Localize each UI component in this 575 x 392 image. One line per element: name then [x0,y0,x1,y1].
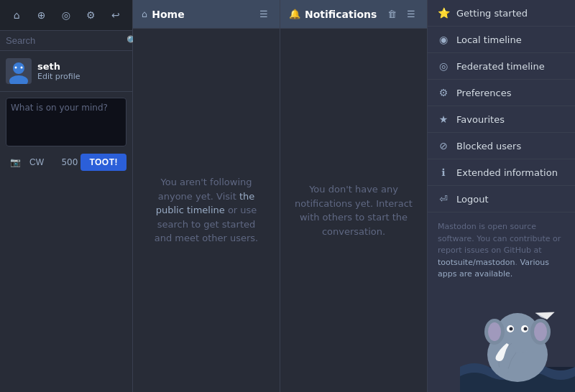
svg-point-14 [524,327,528,331]
favourites-icon: ★ [438,113,449,125]
menu-item-preferences[interactable]: ⚙ Preferences [428,80,575,106]
menu-item-blocked-users[interactable]: ⊘ Blocked users [428,133,575,159]
notifications-empty-message: You don't have any notifications yet. In… [295,182,413,238]
mastodon-mascot [460,291,575,392]
blocked-users-label: Blocked users [456,141,521,151]
menu-item-logout[interactable]: ⏎ Logout [428,186,575,213]
menu-item-local-timeline[interactable]: ◉ Local timeline [428,27,575,53]
home-column-body: You aren't following anyone yet. Visit t… [133,29,280,392]
extended-information-label: Extended information [456,167,558,178]
home-column-icon: ⌂ [142,9,147,19]
home-column-menu-button[interactable]: ☰ [257,7,271,21]
favourites-label: Favourites [456,114,505,125]
edit-profile-link[interactable]: Edit profile [37,72,80,81]
menu-item-federated-timeline[interactable]: ◎ Federated timeline [428,53,575,80]
preferences-label: Preferences [456,88,511,98]
main-area: ⌂ Home ☰ You aren't following anyone yet… [133,0,428,392]
mascot-area [428,289,575,393]
compose-textarea[interactable] [6,98,126,146]
preferences-icon: ⚙ [438,87,449,98]
svg-point-15 [497,366,509,375]
notifications-column-body: You don't have any notifications yet. In… [280,29,427,392]
home-nav-icon[interactable]: ⌂ [7,6,26,24]
menu-item-getting-started[interactable]: ⭐ Getting started [428,0,575,27]
home-column-header: ⌂ Home ☰ [133,0,280,29]
search-input[interactable] [6,35,126,46]
right-footer: Mastodon is open source software. You ca… [428,213,575,289]
local-nav-icon[interactable]: ⊕ [32,6,51,24]
extended-information-icon: ℹ [438,167,449,178]
notifications-column-header: 🔔 Notifications 🗑 ☰ [280,0,427,29]
notifications-column-icon: 🔔 [289,9,300,19]
left-sidebar: ⌂ ⊕ ◎ ⚙ ↩ 🔍 seth Edit profile 📷 CW [0,0,133,392]
svg-point-0 [13,62,24,74]
compose-area: 📷 CW 500 TOOT! [0,92,132,177]
nav-icons-bar: ⌂ ⊕ ◎ ⚙ ↩ [0,0,132,31]
federated-timeline-label: Federated timeline [456,61,545,72]
profile-info: seth Edit profile [37,61,80,81]
local-timeline-icon: ◉ [438,34,449,45]
notifications-clear-button[interactable]: 🗑 [385,7,400,21]
compose-footer: 📷 CW 500 TOOT! [6,153,126,172]
getting-started-label: Getting started [456,8,528,19]
notifications-menu-button[interactable]: ☰ [404,7,418,21]
menu-item-favourites[interactable]: ★ Favourites [428,106,575,133]
getting-started-icon: ⭐ [438,7,449,19]
char-counter: 500 [61,157,78,167]
svg-point-9 [488,322,501,341]
more-nav-icon[interactable]: ↩ [106,6,125,24]
notifications-column-title: Notifications [305,9,380,20]
svg-point-3 [21,67,23,69]
svg-point-13 [510,327,513,331]
federated-timeline-icon: ◎ [438,60,449,72]
blocked-users-icon: ⊘ [438,140,449,151]
svg-point-2 [15,67,17,69]
logout-icon: ⏎ [438,193,449,205]
avatar[interactable] [6,58,32,84]
logout-label: Logout [456,194,489,205]
profile-section: seth Edit profile [0,51,132,92]
right-panel: ⭐ Getting started ◉ Local timeline ◎ Fed… [428,0,575,392]
settings-nav-icon[interactable]: ⚙ [81,6,100,24]
home-column-title: Home [152,9,252,20]
upload-image-button[interactable]: 📷 [6,153,24,172]
svg-point-1 [9,75,28,84]
local-timeline-label: Local timeline [456,34,522,45]
content-warning-button[interactable]: CW [27,153,46,172]
profile-username: seth [37,61,80,72]
menu-item-extended-information[interactable]: ℹ Extended information [428,159,575,186]
svg-point-10 [534,322,547,341]
federated-nav-icon[interactable]: ◎ [57,6,75,24]
home-empty-message: You aren't following anyone yet. Visit t… [147,175,265,246]
notifications-column: 🔔 Notifications 🗑 ☰ You don't have any n… [280,0,428,392]
search-bar: 🔍 [0,31,132,51]
home-column: ⌂ Home ☰ You aren't following anyone yet… [133,0,280,392]
github-link[interactable]: tootsuite/mastodon [438,258,515,267]
toot-button[interactable]: TOOT! [80,154,126,171]
